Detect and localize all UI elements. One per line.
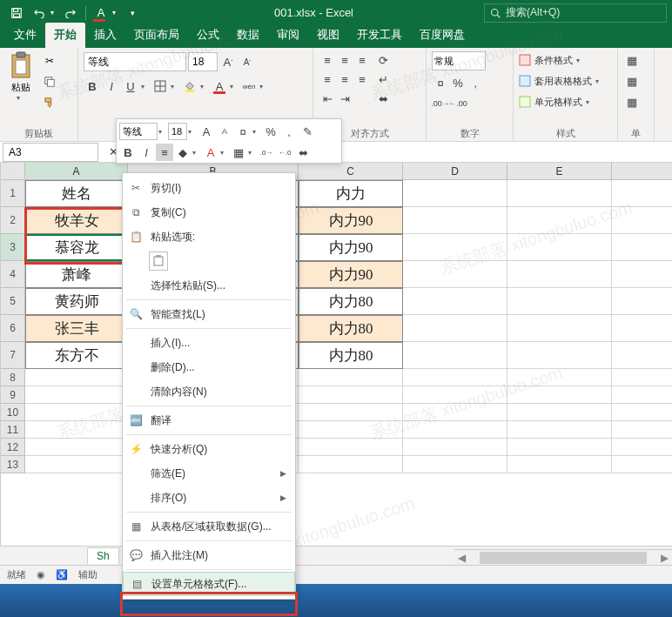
cell-c9[interactable] <box>299 386 403 404</box>
cell-e2[interactable] <box>507 207 612 234</box>
cell-d3[interactable] <box>403 234 507 261</box>
tab-view[interactable]: 视图 <box>308 23 348 48</box>
horizontal-scrollbar[interactable]: ◀ ▶ <box>454 549 672 565</box>
conditional-format-button[interactable]: 条件格式▾ <box>519 51 585 69</box>
cell-e13[interactable] <box>507 456 612 473</box>
cell-d12[interactable] <box>403 439 507 456</box>
number-format-select[interactable] <box>432 51 486 70</box>
tab-formulas[interactable]: 公式 <box>188 23 228 48</box>
mini-font-name-drop[interactable]: ▾ <box>158 128 167 136</box>
cell-e7[interactable] <box>507 342 612 369</box>
cell-c1[interactable]: 内力 <box>299 180 403 207</box>
cell-d11[interactable] <box>403 421 507 439</box>
scrollbar-thumb[interactable] <box>480 552 647 564</box>
cell-c2[interactable]: 内力90 <box>299 207 403 234</box>
cell-f8[interactable] <box>612 369 672 386</box>
mini-font-color-icon[interactable]: A <box>202 144 219 161</box>
align-center-icon[interactable]: ≡ <box>336 70 353 88</box>
undo-icon[interactable] <box>29 3 50 23</box>
ctx-format-cells[interactable]: ▤设置单元格格式(F)... <box>123 572 295 596</box>
cell-a11[interactable] <box>25 421 128 439</box>
border-icon[interactable] <box>151 77 169 95</box>
save-icon[interactable] <box>6 3 27 23</box>
tab-data[interactable]: 数据 <box>228 23 268 48</box>
cell-d13[interactable] <box>403 456 507 473</box>
format-painter-icon[interactable] <box>40 95 59 111</box>
decrease-decimal-icon[interactable]: ←.00 <box>449 95 467 112</box>
align-left-icon[interactable]: ≡ <box>319 70 336 88</box>
cell-c13[interactable] <box>299 456 403 473</box>
fill-color-dropdown[interactable]: ▾ <box>200 83 209 91</box>
cell-d2[interactable] <box>403 207 507 234</box>
col-header-e[interactable]: E <box>507 163 612 180</box>
font-color-qa-icon[interactable]: A <box>91 3 111 23</box>
worksheet[interactable]: A B C D E 1 姓名 内力 2 牧羊女 内力90 3 慕容龙 内力90 … <box>0 163 672 579</box>
cell-e12[interactable] <box>507 439 612 456</box>
cell-f9[interactable] <box>612 386 672 404</box>
phonetic-dropdown[interactable]: ▾ <box>259 83 268 91</box>
cell-a12[interactable] <box>25 439 128 456</box>
mini-italic-icon[interactable]: I <box>138 144 155 161</box>
currency-icon[interactable]: ¤ <box>432 74 449 91</box>
cell-e11[interactable] <box>507 421 612 439</box>
insert-cells-icon[interactable]: ▦ <box>623 51 641 69</box>
tab-review[interactable]: 审阅 <box>268 23 308 48</box>
cell-d7[interactable] <box>403 342 507 369</box>
mini-fill-drop[interactable]: ▾ <box>192 149 201 157</box>
underline-dropdown[interactable]: ▾ <box>141 83 150 91</box>
cell-d1[interactable] <box>403 180 507 207</box>
ctx-smart-lookup[interactable]: 🔍智能查找(L) <box>123 302 295 326</box>
wrap-text-icon[interactable]: ↵ <box>374 70 392 88</box>
tab-baidu[interactable]: 百度网盘 <box>411 23 474 48</box>
row-header-10[interactable]: 10 <box>1 404 25 421</box>
format-cells-icon[interactable]: ▦ <box>623 93 641 111</box>
cell-a7[interactable]: 东方不 <box>25 342 128 369</box>
cell-f3[interactable] <box>612 234 672 261</box>
cell-e6[interactable] <box>507 315 612 342</box>
align-top-icon[interactable]: ≡ <box>319 51 336 69</box>
row-header-1[interactable]: 1 <box>1 180 25 207</box>
cell-c5[interactable]: 内力80 <box>299 288 403 315</box>
cell-d4[interactable] <box>403 261 507 288</box>
row-header-12[interactable]: 12 <box>1 439 25 456</box>
cell-e1[interactable] <box>507 180 612 207</box>
cell-e5[interactable] <box>507 288 612 315</box>
ctx-insert-comment[interactable]: 💬插入批注(M) <box>123 543 295 567</box>
undo-dropdown[interactable]: ▾ <box>50 9 59 17</box>
cell-a1[interactable]: 姓名 <box>25 180 128 207</box>
delete-cells-icon[interactable]: ▦ <box>623 72 641 90</box>
cell-d6[interactable] <box>403 315 507 342</box>
mini-font-size-drop[interactable]: ▾ <box>188 128 197 136</box>
align-middle-icon[interactable]: ≡ <box>336 51 353 69</box>
mini-decimal-dec-icon[interactable]: ←.0 <box>276 144 293 161</box>
mini-comma-icon[interactable]: , <box>280 123 298 140</box>
ctx-clear[interactable]: 清除内容(N) <box>123 379 295 404</box>
paste-option-btn[interactable] <box>149 251 168 271</box>
mini-border-icon[interactable]: ▦ <box>230 144 247 161</box>
italic-icon[interactable]: I <box>103 77 120 95</box>
mini-decimal-inc-icon[interactable]: .0→ <box>258 144 275 161</box>
cell-d9[interactable] <box>403 386 507 404</box>
cell-a6[interactable]: 张三丰 <box>25 315 128 342</box>
cell-a13[interactable] <box>25 456 128 473</box>
mini-decrease-font-icon[interactable]: A <box>216 123 233 140</box>
merge-icon[interactable]: ⬌ <box>374 90 392 107</box>
mini-currency-drop[interactable]: ▾ <box>252 128 261 136</box>
cell-f6[interactable] <box>612 315 672 342</box>
cell-f5[interactable] <box>612 288 672 315</box>
row-header-6[interactable]: 6 <box>1 315 25 342</box>
font-color-qa-dropdown[interactable]: ▾ <box>112 9 121 17</box>
paste-icon[interactable] <box>9 51 33 81</box>
align-bottom-icon[interactable]: ≡ <box>353 51 371 69</box>
cell-f13[interactable] <box>612 456 672 473</box>
ctx-quick-analysis[interactable]: ⚡快速分析(Q) <box>123 437 295 461</box>
underline-icon[interactable]: U <box>122 77 139 95</box>
row-header-5[interactable]: 5 <box>1 288 25 315</box>
col-header-c[interactable]: C <box>299 163 403 180</box>
cell-c7[interactable]: 内力80 <box>299 342 403 369</box>
cut-icon[interactable]: ✂ <box>40 53 59 69</box>
cell-e3[interactable] <box>507 234 612 261</box>
row-header-9[interactable]: 9 <box>1 386 25 404</box>
table-format-button[interactable]: 套用表格格式▾ <box>519 72 604 90</box>
mini-percent-icon[interactable]: % <box>262 123 279 140</box>
